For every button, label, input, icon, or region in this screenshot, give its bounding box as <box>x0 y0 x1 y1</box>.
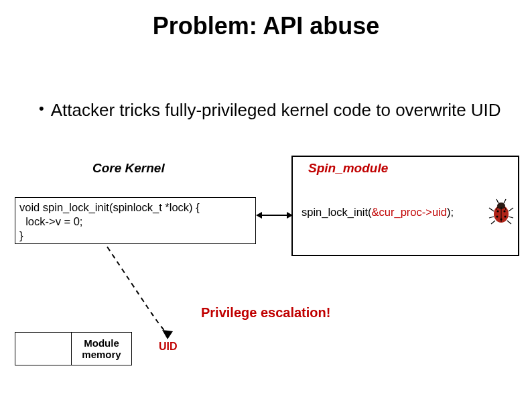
svg-point-10 <box>504 215 506 217</box>
code-line: lock->v = 0; <box>19 215 251 229</box>
svg-line-13 <box>504 199 506 203</box>
memory-module-line1: Module <box>72 337 131 349</box>
svg-line-12 <box>496 199 498 203</box>
svg-point-11 <box>500 218 502 220</box>
svg-line-17 <box>509 217 513 218</box>
bug-icon <box>488 198 515 225</box>
svg-marker-3 <box>162 330 173 339</box>
svg-marker-1 <box>256 212 262 219</box>
core-kernel-label: Core Kernel <box>92 161 165 176</box>
svg-line-14 <box>489 208 494 211</box>
svg-point-9 <box>496 215 498 217</box>
code-call-fn: spin_lock_init( <box>302 206 372 218</box>
svg-line-19 <box>507 221 511 224</box>
code-line: void spin_lock_init(spinlock_t *lock) { <box>19 201 251 215</box>
memory-module-line2: memory <box>72 349 131 360</box>
memory-block-module: Module memory <box>72 332 132 365</box>
uid-label: UID <box>159 341 178 353</box>
code-call-arg: &cur_proc->uid <box>372 206 447 218</box>
slide-title: Problem: API abuse <box>0 12 532 40</box>
code-spin-lock-init-definition: void spin_lock_init(spinlock_t *lock) { … <box>15 197 256 244</box>
svg-line-15 <box>509 208 513 211</box>
arrow-bidirectional-icon <box>256 211 293 220</box>
svg-line-16 <box>489 217 494 218</box>
code-call-tail: ); <box>447 206 454 218</box>
svg-marker-2 <box>287 212 293 219</box>
memory-block-empty <box>15 332 72 365</box>
bullet-dot: • <box>39 99 44 118</box>
spin-module-label: Spin_module <box>308 161 388 176</box>
memory-blocks: Module memory <box>15 332 132 365</box>
svg-point-7 <box>496 210 498 212</box>
bullet-item: • Attacker tricks fully-privileged kerne… <box>39 99 512 121</box>
bullet-text: Attacker tricks fully-privileged kernel … <box>51 99 501 121</box>
code-spin-lock-init-call: spin_lock_init(&cur_proc->uid); <box>302 205 509 219</box>
privilege-escalation-label: Privilege escalation! <box>201 305 330 321</box>
svg-line-18 <box>491 221 495 224</box>
svg-point-8 <box>503 210 505 212</box>
dashed-arrow-down-icon <box>101 240 208 347</box>
